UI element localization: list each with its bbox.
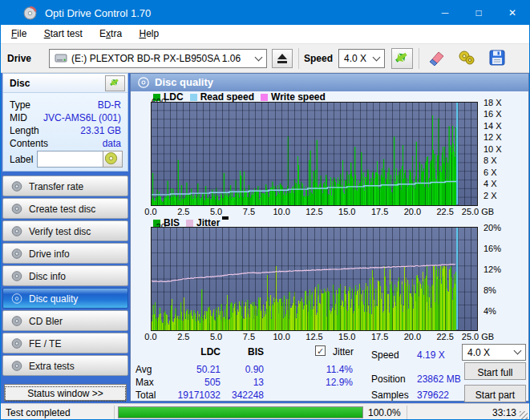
ldc-chart-block: LDCRead speedWrite speed 600500400300200… — [131, 91, 528, 218]
panel-header: Disc quality — [131, 74, 528, 91]
y-tick-right: 8 X — [483, 155, 524, 165]
max-bis: 13 — [224, 377, 264, 388]
legend-read-speed: Read speed — [190, 91, 254, 103]
samples-label: Samples — [371, 390, 409, 401]
disc-row-length: Length23.31 GB — [10, 125, 121, 137]
y-tick-right: 2 X — [483, 191, 524, 200]
refresh-icon — [106, 76, 123, 89]
chevron-down-icon — [373, 53, 381, 61]
y-tick-right: 18 X — [483, 98, 524, 107]
menu-file[interactable]: File — [4, 25, 34, 42]
disc-icon — [10, 203, 23, 215]
disc-icon — [10, 180, 23, 192]
avg-ldc: 50.21 — [164, 364, 220, 375]
disc-row-key: Contents — [10, 138, 48, 149]
sidebar-item-extra-tests[interactable]: Extra tests — [2, 355, 128, 376]
x-tick: 25.0 GB — [457, 332, 499, 341]
jitter-checkbox[interactable]: ✓ — [315, 345, 326, 356]
position-label: Position — [371, 374, 406, 385]
minimize-button[interactable]: ─ — [428, 1, 462, 25]
ldc-col-header: LDC — [179, 346, 220, 357]
menu-bar: File Start test Extra Help — [1, 25, 529, 44]
total-label: Total — [136, 390, 156, 401]
menu-help[interactable]: Help — [131, 25, 166, 42]
maximize-button[interactable]: □ — [462, 1, 496, 25]
test-speed-select[interactable]: 4.0 X — [462, 344, 526, 361]
sidebar-item-disc-info[interactable]: Disc info — [2, 265, 128, 286]
disc-row-key: Length — [10, 125, 39, 136]
total-bis: 342248 — [224, 390, 264, 401]
start-full-button[interactable]: Start full — [464, 362, 526, 380]
sidebar-item-drive-info[interactable]: Drive info — [2, 243, 128, 264]
refresh-button[interactable] — [391, 48, 413, 69]
save-floppy-icon — [488, 49, 507, 67]
eraser-icon — [427, 49, 446, 67]
ldc-y-axis-right: 18 X16 X14 X12 X10 X8 X6 X4 X2 X — [480, 102, 520, 206]
disc-refresh-button[interactable] — [105, 75, 125, 91]
sidebar-item-cd-bler[interactable]: CD Bler — [2, 310, 128, 331]
sidebar-item-label: Drive info — [29, 248, 70, 260]
disc-icon — [10, 360, 23, 372]
y-tick-right: 10 X — [483, 144, 524, 154]
bis-chart-block: BISJitter 2015105 20%16%12%8%4% 0.02.55.… — [131, 216, 528, 343]
results-panel: LDC BIS ✓ Jitter Avg 50.21 0.90 11.4% Ma… — [131, 343, 528, 402]
write-label-button[interactable] — [103, 151, 123, 168]
sidebar-item-label: FE / TE — [29, 338, 61, 349]
toolbar: Drive (E:) PLEXTOR BD-R PX-LB950SA 1.06 … — [1, 44, 529, 73]
bis-x-axis: 0.02.55.07.510.012.515.017.520.022.525.0… — [151, 332, 528, 342]
drive-label: Drive — [7, 53, 31, 64]
disc-panel-header: Disc — [3, 74, 127, 93]
disc-row-mid: MIDJVC-AMS6L (001) — [10, 112, 121, 124]
progress-percent: 100.0% — [368, 407, 401, 418]
elapsed-time: 33:13 — [492, 407, 516, 418]
sidebar-item-transfer-rate[interactable]: Transfer rate — [2, 176, 128, 196]
legend-write-speed: Write speed — [261, 91, 326, 103]
resize-grip[interactable] — [520, 411, 528, 419]
disc-row-key: MID — [10, 112, 27, 123]
drive-select[interactable]: (E:) PLEXTOR BD-R PX-LB950SA 1.06 — [49, 49, 267, 68]
panel-title: Disc quality — [155, 76, 213, 88]
legend-swatch — [190, 94, 197, 101]
legend-swatch — [261, 94, 268, 101]
window-title: Opti Drive Control 1.70 — [45, 7, 151, 19]
position-value: 23862 MB — [417, 374, 461, 385]
sidebar-item-fe-te[interactable]: FE / TE — [2, 333, 128, 353]
status-bar: Test completed 100.0% 33:13 — [1, 403, 529, 420]
sidebar-item-create-test-disc[interactable]: Create test disc — [2, 198, 128, 219]
disc-label-input[interactable] — [37, 151, 106, 168]
sidebar-item-verify-test-disc[interactable]: Verify test disc — [2, 220, 128, 241]
status-window-button[interactable]: Status window >> — [4, 384, 127, 401]
toolbar-separator — [419, 48, 419, 69]
samples-value: 379622 — [417, 390, 449, 401]
eject-icon — [277, 54, 287, 59]
sidebar-item-label: Transfer rate — [29, 181, 83, 192]
y-tick-right: 4 X — [483, 179, 524, 188]
speed-value: 4.0 X — [344, 53, 366, 64]
menu-extra[interactable]: Extra — [92, 25, 129, 42]
label-row: Label — [10, 151, 124, 168]
bis-chart-plot — [151, 227, 478, 331]
speed-select[interactable]: 4.0 X — [338, 49, 385, 68]
bis-col-header: BIS — [227, 346, 264, 357]
save-button[interactable] — [485, 47, 509, 70]
close-button[interactable]: ✕ — [496, 1, 529, 25]
progress-bar — [118, 406, 363, 418]
disc-info-panel: Disc TypeBD-RMIDJVC-AMS6L (001)Length23.… — [2, 73, 128, 172]
eject-button[interactable] — [272, 49, 293, 68]
sidebar: Disc TypeBD-RMIDJVC-AMS6L (001)Length23.… — [1, 73, 130, 403]
erase-disc-button[interactable] — [424, 47, 448, 70]
sidebar-item-disc-quality[interactable]: Disc quality — [2, 288, 128, 309]
menu-start-test[interactable]: Start test — [37, 25, 90, 42]
ldc-chart-legend: LDCRead speedWrite speed — [153, 91, 332, 101]
y-tick-right: 16% — [483, 244, 524, 253]
disc-row-value: BD-R — [98, 99, 121, 111]
chevron-down-icon — [255, 53, 263, 61]
y-tick-right: 14 X — [483, 121, 524, 131]
start-part-button[interactable]: Start part — [464, 385, 526, 402]
drive-tools-button[interactable] — [455, 47, 479, 70]
jitter-label: Jitter — [333, 346, 354, 357]
speed-label: Speed — [304, 53, 333, 64]
max-label: Max — [136, 377, 154, 388]
y-tick-right: 8% — [483, 285, 524, 295]
sidebar-item-label: Disc quality — [29, 293, 78, 305]
